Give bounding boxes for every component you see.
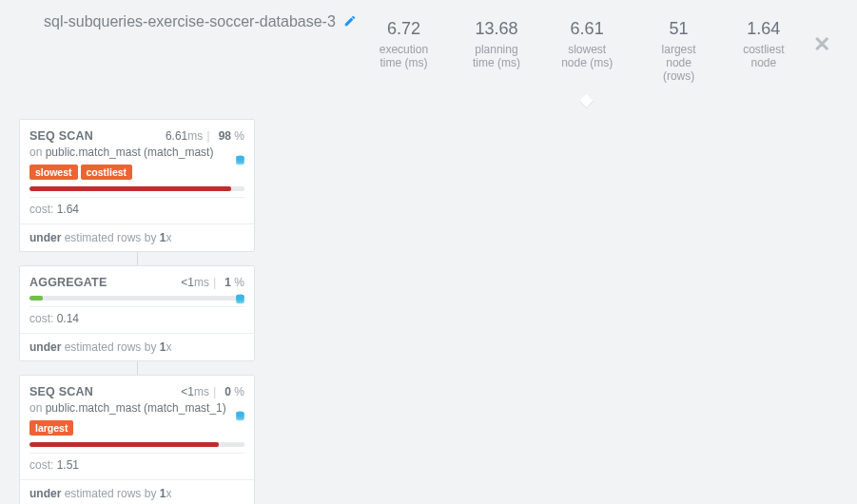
node-header: SEQ SCAN <1ms | 0 % bbox=[29, 384, 244, 398]
tag-largest: largest bbox=[29, 420, 73, 436]
divider: | bbox=[206, 128, 209, 143]
node-cost: cost: 0.14 bbox=[29, 306, 244, 325]
node-bar bbox=[29, 442, 244, 447]
stat-planning-time: 13.68 planning time (ms) bbox=[451, 17, 542, 83]
node-cost: cost: 1.51 bbox=[29, 453, 244, 472]
page-title: sql-subqueries-exercise-soccer-database-… bbox=[44, 13, 336, 30]
stat-value: 13.68 bbox=[468, 17, 525, 41]
stat-value: 6.61 bbox=[559, 17, 615, 41]
node-percent: 98 % bbox=[219, 129, 244, 143]
node-percent: 0 % bbox=[224, 385, 244, 398]
stat-value: 1.64 bbox=[743, 17, 785, 41]
database-icon bbox=[234, 293, 246, 309]
node-tags: slowestcostliest bbox=[29, 165, 244, 180]
tree-connector bbox=[137, 361, 138, 375]
node-tags: largest bbox=[29, 420, 244, 436]
header: sql-subqueries-exercise-soccer-database-… bbox=[0, 0, 857, 109]
node-header: AGGREGATE <1ms | 1 % bbox=[29, 275, 244, 289]
close-icon[interactable]: ✕ bbox=[806, 23, 838, 67]
node-header: SEQ SCAN 6.61ms | 98 % bbox=[29, 128, 244, 143]
database-icon bbox=[234, 154, 246, 170]
tag-costliest: costliest bbox=[81, 165, 133, 180]
stat-label: costliest node bbox=[743, 43, 785, 69]
stat-label: slowest node (ms) bbox=[559, 43, 615, 69]
node-relation: on public.match_mast (match_mast_1) bbox=[29, 401, 244, 415]
stat-label: largest node (rows) bbox=[650, 43, 709, 83]
tag-slowest: slowest bbox=[29, 165, 78, 180]
stats-bar: 6.72 execution time (ms) 13.68 planning … bbox=[357, 13, 802, 100]
node-bar bbox=[29, 186, 244, 191]
plan-node[interactable]: SEQ SCAN 6.61ms | 98 % on public.match_m… bbox=[19, 119, 255, 252]
divider: | bbox=[213, 384, 216, 398]
node-title: SEQ SCAN bbox=[29, 129, 93, 143]
tree-connector bbox=[137, 252, 138, 265]
plan-node[interactable]: AGGREGATE <1ms | 1 % cost: 0.14 under es… bbox=[19, 265, 255, 361]
node-time: <1ms bbox=[181, 385, 209, 398]
node-title: AGGREGATE bbox=[29, 276, 107, 289]
title-wrap: sql-subqueries-exercise-soccer-database-… bbox=[44, 13, 357, 30]
plan-tree: SEQ SCAN 6.61ms | 98 % on public.match_m… bbox=[0, 109, 857, 504]
node-bar bbox=[29, 296, 244, 300]
stat-label: execution time (ms) bbox=[374, 43, 434, 69]
stat-execution-time: 6.72 execution time (ms) bbox=[357, 17, 451, 83]
divider: | bbox=[213, 275, 216, 289]
stat-label: planning time (ms) bbox=[468, 43, 525, 69]
node-estimate: under estimated rows by 1x bbox=[20, 479, 254, 504]
edit-icon[interactable] bbox=[343, 14, 357, 30]
database-icon bbox=[234, 410, 246, 426]
stat-costliest-node: 1.64 costliest node bbox=[726, 17, 802, 83]
stat-slowest-node: 6.61 slowest node (ms) bbox=[542, 17, 633, 83]
plan-node[interactable]: SEQ SCAN <1ms | 0 % on public.match_mast… bbox=[19, 375, 255, 504]
stat-value: 6.72 bbox=[374, 17, 434, 41]
node-time: <1ms bbox=[181, 276, 209, 289]
node-cost: cost: 1.64 bbox=[29, 197, 244, 216]
node-time: 6.61ms bbox=[166, 129, 203, 143]
node-relation: on public.match_mast (match_mast) bbox=[29, 145, 244, 159]
node-title: SEQ SCAN bbox=[29, 385, 93, 398]
stat-value: 51 bbox=[650, 17, 709, 41]
stat-largest-node: 51 largest node (rows) bbox=[633, 17, 726, 83]
node-estimate: under estimated rows by 1x bbox=[20, 223, 254, 251]
node-estimate: under estimated rows by 1x bbox=[20, 333, 254, 360]
node-percent: 1 % bbox=[224, 276, 244, 289]
stats-pointer-icon bbox=[579, 94, 594, 109]
